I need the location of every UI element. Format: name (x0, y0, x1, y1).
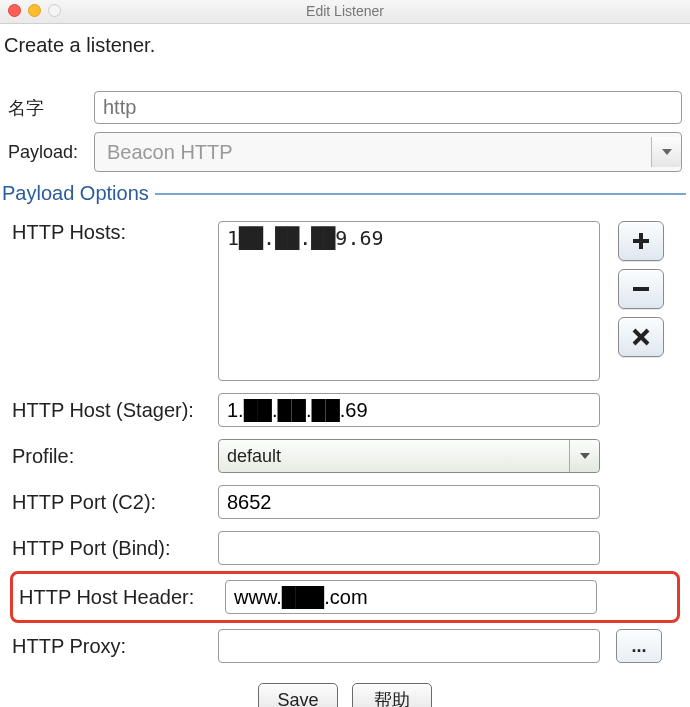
port-c2-input[interactable] (218, 485, 600, 519)
zoom-window-button[interactable] (48, 4, 61, 17)
host-header-input[interactable] (225, 580, 597, 614)
proxy-label: HTTP Proxy: (12, 635, 212, 658)
minus-icon (631, 279, 651, 299)
http-hosts-buttons (618, 221, 664, 357)
proxy-row: HTTP Proxy: ... (4, 623, 686, 669)
http-hosts-textarea[interactable]: 1██.██.██9.69 (218, 221, 600, 381)
name-row: 名字 (0, 87, 690, 128)
stager-label: HTTP Host (Stager): (12, 399, 212, 422)
port-c2-label: HTTP Port (C2): (12, 491, 212, 514)
http-hosts-label: HTTP Hosts: (12, 221, 212, 244)
remove-host-button[interactable] (618, 269, 664, 309)
host-header-label: HTTP Host Header: (19, 586, 219, 609)
payload-select[interactable]: Beacon HTTP (94, 132, 682, 172)
port-bind-input[interactable] (218, 531, 600, 565)
chevron-down-icon[interactable] (569, 440, 599, 472)
payload-label: Payload: (8, 142, 86, 163)
name-label: 名字 (8, 96, 86, 120)
stager-row: HTTP Host (Stager): (4, 387, 686, 433)
window-title: Edit Listener (306, 3, 384, 19)
payload-row: Payload: Beacon HTTP (0, 128, 690, 176)
chevron-down-icon[interactable] (651, 137, 681, 167)
proxy-browse-button[interactable]: ... (616, 629, 662, 663)
name-input[interactable] (94, 91, 682, 124)
window-controls (8, 4, 61, 17)
port-c2-row: HTTP Port (C2): (4, 479, 686, 525)
close-icon (631, 327, 651, 347)
payload-options-legend: Payload Options (2, 182, 155, 205)
payload-select-value: Beacon HTTP (103, 139, 237, 166)
svg-rect-1 (633, 239, 649, 243)
help-button[interactable]: 帮助 (352, 683, 432, 707)
proxy-input[interactable] (218, 629, 600, 663)
host-header-highlight: HTTP Host Header: (10, 571, 680, 623)
stager-input[interactable] (218, 393, 600, 427)
bottom-bar: Save 帮助 (0, 669, 690, 707)
host-header-row: HTTP Host Header: (17, 578, 673, 616)
add-host-button[interactable] (618, 221, 664, 261)
plus-icon (631, 231, 651, 251)
svg-rect-2 (633, 287, 649, 291)
port-bind-row: HTTP Port (Bind): (4, 525, 686, 571)
http-hosts-row: HTTP Hosts: 1██.██.██9.69 (4, 215, 686, 387)
profile-select[interactable]: default (218, 439, 600, 473)
titlebar: Edit Listener (0, 0, 690, 24)
instruction-text: Create a listener. (0, 24, 690, 87)
profile-row: Profile: default (4, 433, 686, 479)
profile-select-value: default (227, 446, 281, 467)
port-bind-label: HTTP Port (Bind): (12, 537, 212, 560)
clear-hosts-button[interactable] (618, 317, 664, 357)
payload-options-group: Payload Options HTTP Hosts: 1██.██.██9.6… (4, 182, 686, 669)
minimize-window-button[interactable] (28, 4, 41, 17)
profile-label: Profile: (12, 445, 212, 468)
save-button[interactable]: Save (258, 683, 338, 707)
close-window-button[interactable] (8, 4, 21, 17)
